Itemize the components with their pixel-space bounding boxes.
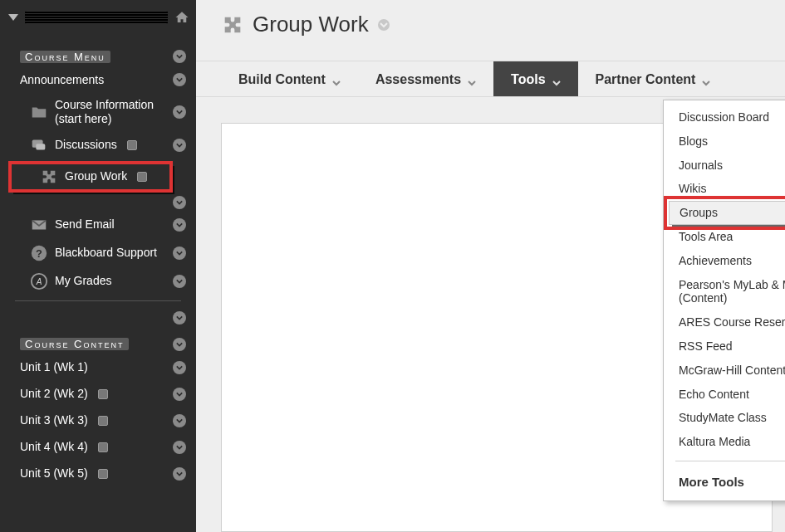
tools-item-achievements[interactable]: Achievements — [664, 249, 785, 273]
page-title: Group Work — [196, 0, 785, 61]
hidden-badge-icon — [98, 389, 108, 399]
sidebar-item-announcements[interactable]: Announcements — [0, 66, 196, 93]
tools-item-mcgraw-hill-content[interactable]: McGraw-Hill Content — [664, 359, 785, 383]
tools-item-kaltura-media[interactable]: Kaltura Media — [664, 430, 785, 454]
tools-item-rss-feed[interactable]: RSS Feed — [664, 334, 785, 359]
sidebar-item-label: Unit 2 (Wk 2) — [20, 387, 88, 401]
tools-item-pearson-s-mylab-mastering-content[interactable]: Pearson's MyLab & Mastering (Content) — [664, 273, 785, 311]
actionbar-build-content[interactable]: Build Content — [221, 61, 358, 96]
chevron-down-icon — [173, 196, 186, 209]
home-icon[interactable] — [174, 10, 189, 25]
chevron-down-icon[interactable] — [173, 338, 186, 351]
ab-label: Build Content — [238, 72, 326, 87]
hidden-badge-icon — [98, 469, 108, 479]
ab-label: Partner Content — [596, 72, 696, 87]
section-header-course-menu: Course Menu — [0, 43, 196, 66]
sidebar-item-label: Announcements — [20, 73, 104, 87]
discuss-icon — [30, 136, 48, 154]
chevron-down-icon — [173, 467, 186, 481]
sidebar-item-label: Blackboard Support — [55, 246, 157, 260]
chevron-down-icon — [173, 275, 186, 288]
sidebar-item-discussions[interactable]: Discussions — [0, 131, 196, 159]
sidebar-item-label: Send Email — [55, 217, 115, 232]
puzzle-icon — [221, 13, 244, 37]
chevron-down-icon — [173, 73, 186, 86]
chevron-down-icon — [173, 441, 186, 454]
hidden-badge-icon — [98, 442, 108, 452]
folder-icon — [30, 103, 48, 121]
tools-item-studymate-class[interactable]: StudyMate Class — [664, 406, 785, 430]
sidebar-item-course-info[interactable]: Course Information (start here) — [0, 93, 196, 131]
tools-item-echo-content[interactable]: Echo Content — [664, 383, 785, 407]
sidebar-item-label: Unit 4 (Wk 4) — [20, 440, 88, 454]
sidebar-item-unit5[interactable]: Unit 5 (Wk 5) — [0, 461, 196, 487]
sidebar-item-group-work[interactable]: Group Work — [10, 163, 171, 191]
tools-dropdown: Discussion BoardBlogsJournalsWikisGroups… — [663, 100, 785, 501]
title-options-icon[interactable] — [377, 12, 390, 37]
ab-label: Tools — [511, 72, 545, 87]
tools-item-wikis[interactable]: Wikis — [664, 177, 785, 201]
actionbar-partner-content[interactable]: Partner Content — [578, 61, 729, 96]
actionbar: Build Content Assessments Tools Partner … — [196, 61, 785, 97]
chevron-down-icon — [173, 246, 186, 260]
page-title-text: Group Work — [253, 12, 369, 37]
chevron-down-icon — [173, 105, 186, 119]
tools-more-label: More Tools — [679, 475, 744, 489]
chevron-down-icon — [468, 76, 476, 84]
divider — [15, 300, 181, 301]
svg-point-6 — [378, 19, 390, 31]
sidebar-item-my-grades[interactable]: A My Grades — [0, 267, 196, 295]
sidebar-item-label: Group Work — [65, 169, 127, 183]
sidebar-item-unit2[interactable]: Unit 2 (Wk 2) — [0, 381, 196, 408]
tools-more[interactable]: More Tools — [664, 468, 785, 495]
sidebar-item-label: Unit 3 (Wk 3) — [20, 413, 88, 427]
grades-icon: A — [30, 272, 48, 290]
chevron-down-icon — [702, 76, 710, 84]
section-header-course-content: Course Content — [0, 331, 196, 354]
tools-item-blogs[interactable]: Blogs — [664, 129, 785, 154]
svg-text:?: ? — [36, 246, 42, 259]
sidebar-item-label: Course Information (start here) — [55, 98, 173, 126]
ab-label: Assessments — [375, 72, 461, 87]
tools-item-groups[interactable]: Groups — [669, 201, 785, 225]
sidebar-item-label: Unit 1 (Wk 1) — [20, 360, 88, 374]
chevron-down-icon — [173, 388, 186, 401]
chevron-down-icon — [332, 76, 341, 84]
mail-icon — [30, 216, 48, 234]
sidebar-item-label: My Grades — [55, 274, 111, 288]
tools-item-tools-area[interactable]: Tools Area — [664, 225, 785, 249]
sidebar-item-unit1[interactable]: Unit 1 (Wk 1) — [0, 354, 196, 381]
hidden-badge-icon — [137, 172, 147, 182]
tools-item-discussion-board[interactable]: Discussion Board — [664, 105, 785, 129]
section-label: Course Menu — [20, 51, 110, 63]
sidebar-item-label: Unit 5 (Wk 5) — [20, 466, 88, 481]
section-label: Course Content — [20, 338, 129, 350]
sidebar: Course Menu Announcements Course Informa… — [0, 0, 196, 532]
sidebar-item-label: Discussions — [55, 138, 117, 152]
tools-item-ares-course-reserves[interactable]: ARES Course Reserves — [664, 310, 785, 334]
divider — [675, 461, 785, 461]
tools-item-journals[interactable]: Journals — [664, 154, 785, 178]
hidden-badge-icon — [98, 416, 108, 426]
chevron-down-icon — [173, 414, 186, 427]
course-title-redacted — [25, 11, 168, 24]
sidebar-item-send-email[interactable]: Send Email — [0, 211, 196, 239]
sidebar-item-unit4[interactable]: Unit 4 (Wk 4) — [0, 434, 196, 461]
group-work-expand[interactable] — [0, 194, 196, 211]
actionbar-tools[interactable]: Tools — [493, 61, 577, 96]
sidebar-top — [0, 5, 196, 30]
svg-text:A: A — [36, 276, 42, 286]
main: Group Work Build Content Assessments Too… — [196, 0, 785, 532]
help-icon: ? — [30, 244, 48, 262]
divider-toggle[interactable] — [0, 306, 196, 329]
chevron-down-icon — [552, 76, 561, 84]
puzzle-icon — [40, 168, 58, 186]
collapse-caret-icon[interactable] — [8, 14, 18, 21]
chevron-down-icon[interactable] — [173, 50, 186, 63]
actionbar-assessments[interactable]: Assessments — [358, 61, 493, 96]
sidebar-item-unit3[interactable]: Unit 3 (Wk 3) — [0, 408, 196, 434]
sidebar-item-blackboard-support[interactable]: ? Blackboard Support — [0, 239, 196, 267]
chevron-down-icon — [173, 361, 186, 374]
chevron-down-icon — [173, 218, 186, 232]
hidden-badge-icon — [127, 140, 137, 150]
